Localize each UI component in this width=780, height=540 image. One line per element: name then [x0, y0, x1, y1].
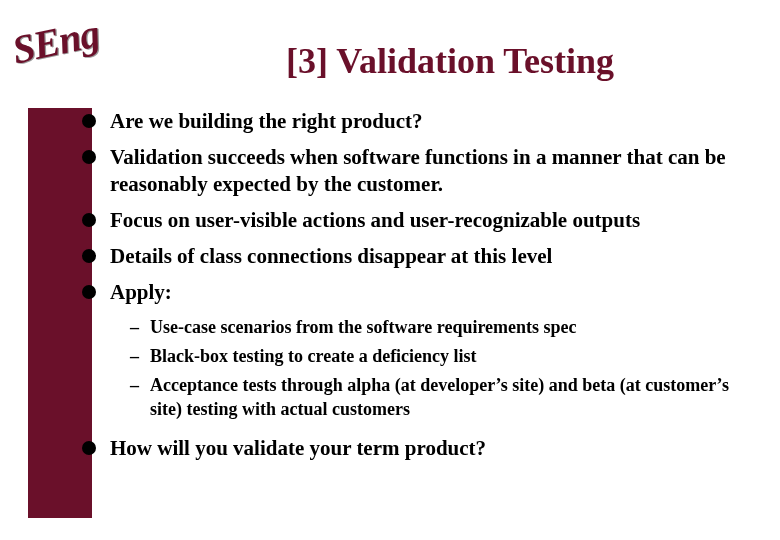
- sub-bullet-item: – Use-case scenarios from the software r…: [130, 316, 750, 339]
- bullet-item: Validation succeeds when software functi…: [82, 144, 750, 197]
- bullet-icon: [82, 441, 96, 455]
- bullet-icon: [82, 114, 96, 128]
- bullet-item: How will you validate your term product?: [82, 435, 750, 461]
- slide-title: [3] Validation Testing: [0, 40, 780, 82]
- bullet-text: How will you validate your term product?: [110, 435, 486, 461]
- bullet-icon: [82, 150, 96, 164]
- sub-bullet-text: Use-case scenarios from the software req…: [150, 316, 577, 339]
- bullet-text: Apply:: [110, 279, 172, 305]
- bullet-icon: [82, 213, 96, 227]
- bullet-text: Focus on user-visible actions and user-r…: [110, 207, 640, 233]
- bullet-item: Apply:: [82, 279, 750, 305]
- dash-icon: –: [130, 374, 144, 397]
- spacer: [82, 427, 750, 435]
- dash-icon: –: [130, 316, 144, 339]
- bullet-item: Focus on user-visible actions and user-r…: [82, 207, 750, 233]
- bullet-icon: [82, 285, 96, 299]
- sub-bullet-item: – Acceptance tests through alpha (at dev…: [130, 374, 750, 421]
- bullet-item: Details of class connections disappear a…: [82, 243, 750, 269]
- bullet-text: Are we building the right product?: [110, 108, 423, 134]
- sub-bullet-item: – Black-box testing to create a deficien…: [130, 345, 750, 368]
- bullet-icon: [82, 249, 96, 263]
- bullet-text: Validation succeeds when software functi…: [110, 144, 750, 197]
- content-area: Are we building the right product? Valid…: [82, 108, 750, 471]
- slide: SEng [3] Validation Testing Are we build…: [0, 0, 780, 540]
- sub-bullet-text: Black-box testing to create a deficiency…: [150, 345, 477, 368]
- dash-icon: –: [130, 345, 144, 368]
- bullet-item: Are we building the right product?: [82, 108, 750, 134]
- bullet-text: Details of class connections disappear a…: [110, 243, 552, 269]
- sub-bullet-text: Acceptance tests through alpha (at devel…: [150, 374, 750, 421]
